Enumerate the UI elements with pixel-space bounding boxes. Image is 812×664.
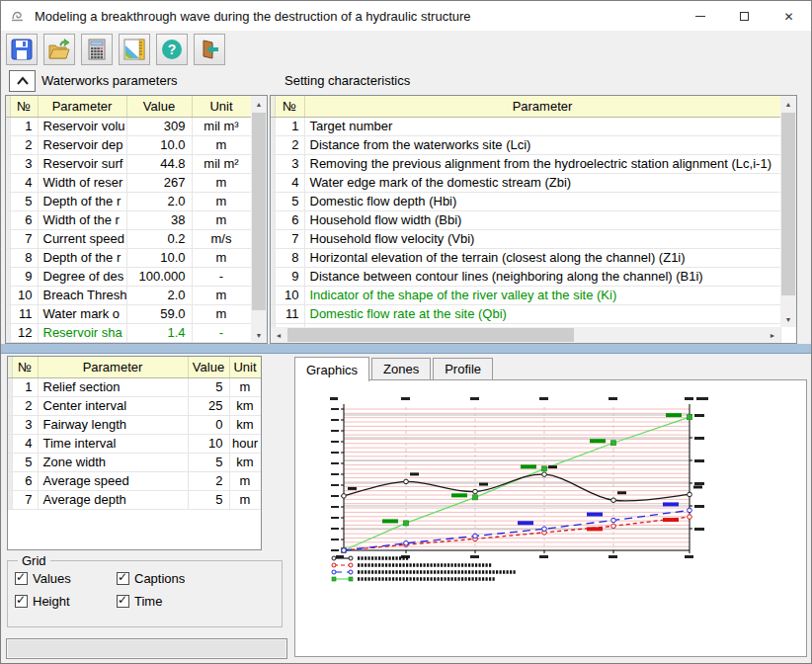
scroll-left-button[interactable] [271, 327, 286, 343]
table-row[interactable]: 7Household flow velocity (Vbi) [271, 229, 780, 248]
table-row[interactable]: 2Center interval25km [8, 396, 261, 415]
table-row[interactable]: 1Relief section5m [8, 377, 261, 396]
grid-groupbox: Grid Values Captions Height Time [7, 560, 283, 627]
table-row[interactable]: 3Fairway length0km [8, 415, 261, 434]
open-button[interactable] [43, 34, 75, 65]
checkbox-values[interactable]: Values [15, 571, 71, 586]
calculate-button[interactable] [81, 34, 113, 65]
cell-unit: m [192, 210, 251, 229]
section-header: Waterworks parameters Setting characteri… [1, 68, 811, 94]
table-row[interactable]: 6Household flow width (Bbi) [271, 210, 780, 229]
table-row[interactable]: 5Domestic flow depth (Hbi) [271, 192, 780, 210]
column-header: № [10, 96, 38, 117]
column-header: № [275, 96, 304, 117]
table-row[interactable]: 2Distance from the waterworks site (Lci) [271, 135, 780, 154]
characteristics-table-panel: № Parameter 1Target number2Distance from… [270, 95, 797, 344]
waterworks-table-panel: № Parameter Value Unit 1Reservoir volu30… [5, 95, 268, 344]
scroll-down-button[interactable] [251, 327, 267, 343]
cell-n: 2 [275, 135, 304, 154]
window-title: Modeling a breakthrough wave during the … [35, 9, 471, 24]
table-row[interactable]: 4Water edge mark of the domestic stream … [271, 173, 780, 192]
table-row[interactable]: 4Time interval10hour [8, 434, 261, 453]
table-row[interactable]: 3Reservoir surf44.8mil m² [6, 154, 251, 173]
characteristics-horizontal-scrollbar[interactable] [271, 327, 780, 343]
column-header: Value [188, 357, 229, 377]
table-row[interactable]: 7Average depth5m [8, 490, 261, 509]
cell-value: 38 [126, 210, 192, 229]
table-row[interactable]: 9Degree of des100.000- [6, 267, 251, 286]
checkbox-label: Height [33, 594, 70, 609]
table-row[interactable]: 8Depth of the r10.0m [6, 248, 251, 267]
table-row[interactable]: 10Breach Thresh2.0m [6, 286, 251, 304]
horizontal-splitter[interactable] [1, 344, 812, 354]
cell-unit: m [229, 471, 261, 490]
close-button[interactable] [767, 1, 811, 31]
checkbox-time[interactable]: Time [117, 594, 162, 609]
cell-parameter: Depth of the r [38, 192, 126, 210]
table-row[interactable]: 5Zone width5km [8, 453, 261, 471]
cell-n: 4 [10, 173, 38, 192]
title-bar: Modeling a breakthrough wave during the … [1, 1, 811, 31]
cell-value: 2 [188, 471, 229, 490]
minimize-button[interactable] [678, 1, 722, 31]
cell-parameter: Reservoir surf [38, 154, 126, 173]
cell-n: 9 [275, 267, 304, 286]
cell-n: 8 [10, 248, 38, 267]
checkbox-label: Values [33, 571, 71, 586]
table-row[interactable]: 5Depth of the r2.0m [6, 192, 251, 210]
table-row[interactable]: 11Domestic flow rate at the site (Qbi) [271, 304, 780, 323]
cell-value: 309 [126, 117, 192, 135]
cell-n: 1 [275, 117, 304, 135]
cell-parameter: Width of the r [38, 210, 126, 229]
characteristics-vertical-scrollbar[interactable] [780, 96, 796, 327]
table-row[interactable]: 6Width of the r38m [6, 210, 251, 229]
checkbox-height[interactable]: Height [15, 594, 70, 609]
table-row[interactable]: 2Reservoir dep10.0m [6, 135, 251, 154]
table-row[interactable]: 11Water mark o59.0m [6, 304, 251, 323]
graphics-button[interactable] [119, 34, 150, 65]
table-row[interactable]: 8Horizontal elevation of the terrain (cl… [271, 248, 780, 267]
scrollbar-thumb[interactable] [287, 328, 574, 342]
cell-parameter: Domestic flow rate at the site (Qbi) [304, 304, 780, 323]
save-button[interactable] [6, 34, 38, 65]
tab-zones[interactable]: Zones [371, 358, 431, 380]
cell-value: 5 [188, 490, 229, 509]
table-row[interactable]: 1Reservoir volu309mil m³ [6, 117, 251, 135]
table-row[interactable]: 4Width of reser267m [6, 173, 251, 192]
table-row[interactable]: 10Indicator of the shape of the river va… [271, 286, 780, 304]
cell-parameter: Degree of des [38, 267, 126, 286]
scroll-up-button[interactable] [780, 96, 796, 112]
cell-value: 267 [126, 173, 192, 192]
scroll-down-button[interactable] [780, 311, 796, 327]
tab-graphics[interactable]: Graphics [294, 357, 369, 381]
cell-n: 7 [275, 229, 304, 248]
cell-unit: m [192, 135, 251, 154]
exit-button[interactable] [194, 34, 225, 65]
table-row[interactable]: 1Target number [271, 117, 780, 135]
grid-groupbox-title: Grid [18, 553, 50, 568]
table-row[interactable]: 7Current speed0.2m/s [6, 229, 251, 248]
cell-n: 4 [12, 434, 38, 453]
collapse-panel-button[interactable] [9, 70, 36, 92]
scrollbar-thumb[interactable] [252, 113, 266, 310]
table-row[interactable]: 9Distance between contour lines (neighbo… [271, 267, 780, 286]
waterworks-vertical-scrollbar[interactable] [251, 96, 267, 343]
cell-n: 12 [10, 323, 38, 342]
cell-unit: - [192, 267, 251, 286]
checkbox-icon [15, 595, 28, 608]
checkbox-captions[interactable]: Captions [117, 571, 185, 586]
table-row[interactable]: 12Reservoir sha1.4- [6, 323, 251, 342]
tab-profile[interactable]: Profile [433, 358, 493, 380]
maximize-button[interactable] [722, 1, 767, 31]
help-button[interactable]: ? [156, 34, 188, 65]
table-row[interactable]: 3Removing the previous alignment from th… [271, 154, 780, 173]
scroll-right-button[interactable] [765, 327, 780, 343]
cell-parameter: Average speed [38, 471, 188, 490]
scrollbar-thumb[interactable] [781, 113, 795, 295]
table-row[interactable]: 6Average speed2m [8, 471, 261, 490]
scroll-up-button[interactable] [251, 96, 267, 112]
cell-value: 0.2 [126, 229, 192, 248]
tab-strip: Graphics Zones Profile [294, 358, 495, 380]
setting-characteristics-header: Setting characteristics [284, 73, 410, 88]
cell-n: 1 [12, 377, 38, 396]
